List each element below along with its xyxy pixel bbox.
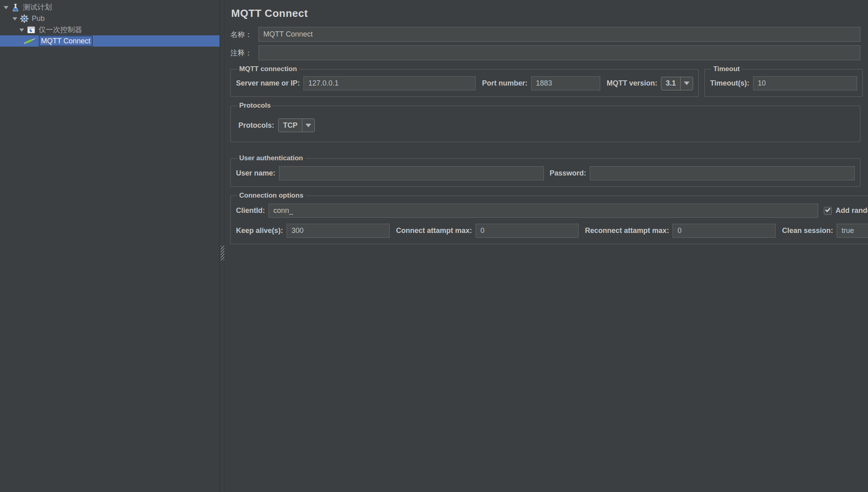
once-only-controller-icon bbox=[26, 25, 36, 35]
tree-item-label: Pub bbox=[32, 14, 45, 23]
mqtt-connection-legend: MQTT connection bbox=[237, 65, 299, 73]
chevron-down-icon[interactable] bbox=[302, 119, 314, 132]
expand-collapse-icon[interactable] bbox=[3, 5, 8, 10]
random-suffix-checkbox-label: Add random suffix for ClientId bbox=[835, 206, 868, 215]
server-input[interactable] bbox=[304, 76, 476, 90]
clientid-input[interactable] bbox=[269, 204, 818, 218]
expand-collapse-icon[interactable] bbox=[12, 16, 17, 21]
random-suffix-checkbox[interactable] bbox=[824, 207, 832, 215]
name-label: 名称： bbox=[230, 30, 259, 39]
protocols-value: TCP bbox=[279, 119, 302, 132]
timeout-label: Timeout(s): bbox=[710, 79, 749, 88]
sampler-config-panel: MQTT Connect 名称： 注释： MQTT connection Ser… bbox=[225, 0, 868, 492]
tree-item-label: MQTT Connect bbox=[39, 36, 92, 46]
timeout-input[interactable] bbox=[753, 76, 857, 90]
comments-label: 注释： bbox=[230, 48, 259, 58]
name-input[interactable] bbox=[259, 27, 860, 42]
expand-collapse-icon[interactable] bbox=[19, 27, 24, 33]
chevron-down-icon[interactable] bbox=[680, 77, 693, 90]
panel-splitter[interactable] bbox=[220, 0, 225, 492]
keepalive-label: Keep alive(s): bbox=[236, 227, 283, 235]
tree-item-once-only-controller[interactable]: 仅一次控制器 bbox=[0, 24, 220, 35]
connection-options-group: Connection options ClientId: Add random … bbox=[230, 192, 868, 244]
protocols-legend: Protocols bbox=[237, 102, 273, 110]
tree-item-pub[interactable]: Pub bbox=[0, 13, 220, 24]
reconnect-attempt-input[interactable] bbox=[673, 224, 776, 238]
connect-attempt-label: Connect attampt max: bbox=[396, 227, 472, 235]
password-input[interactable] bbox=[590, 166, 855, 180]
user-authentication-legend: User authentication bbox=[237, 154, 305, 162]
mqtt-connection-group: MQTT connection Server name or IP: Port … bbox=[230, 65, 699, 97]
tree-item-test-plan[interactable]: 测试计划 bbox=[0, 2, 220, 13]
protocols-select[interactable]: TCP bbox=[278, 118, 315, 132]
clean-session-label: Clean session: bbox=[782, 227, 833, 235]
reconnect-attempt-label: Reconnect attampt max: bbox=[585, 227, 669, 235]
protocols-group: Protocols Protocols: TCP bbox=[230, 102, 860, 142]
test-plan-flask-icon bbox=[10, 2, 20, 12]
timeout-group: Timeout Timeout(s): bbox=[704, 65, 863, 97]
user-authentication-group: User authentication User name: Password: bbox=[230, 154, 860, 187]
thread-group-gear-icon bbox=[19, 14, 29, 23]
mqtt-version-select[interactable]: 3.1 bbox=[661, 77, 693, 90]
username-label: User name: bbox=[236, 169, 275, 178]
checkmark-icon bbox=[825, 206, 831, 212]
test-plan-tree: 测试计划 Pub bbox=[0, 0, 220, 492]
mqtt-version-label: MQTT version: bbox=[607, 79, 657, 88]
port-label: Port number: bbox=[482, 79, 527, 88]
clean-session-input[interactable] bbox=[837, 224, 868, 238]
comments-input[interactable] bbox=[259, 45, 860, 60]
splitter-grip-icon[interactable] bbox=[221, 246, 224, 260]
connect-attempt-input[interactable] bbox=[476, 224, 579, 238]
timeout-legend: Timeout bbox=[711, 65, 742, 73]
clientid-label: ClientId: bbox=[236, 206, 265, 215]
tree-item-label: 测试计划 bbox=[23, 2, 52, 12]
username-input[interactable] bbox=[279, 166, 544, 180]
mqtt-version-value: 3.1 bbox=[661, 77, 680, 90]
port-input[interactable] bbox=[531, 76, 600, 90]
sampler-syringe-icon bbox=[23, 36, 36, 46]
tree-item-label: 仅一次控制器 bbox=[39, 25, 82, 35]
protocols-label: Protocols: bbox=[238, 121, 274, 130]
keepalive-input[interactable] bbox=[287, 224, 390, 238]
password-label: Password: bbox=[550, 169, 586, 178]
connection-options-legend: Connection options bbox=[237, 192, 306, 200]
server-label: Server name or IP: bbox=[236, 79, 300, 88]
tree-item-mqtt-connect[interactable]: MQTT Connect bbox=[0, 35, 220, 47]
page-title: MQTT Connect bbox=[231, 7, 860, 20]
